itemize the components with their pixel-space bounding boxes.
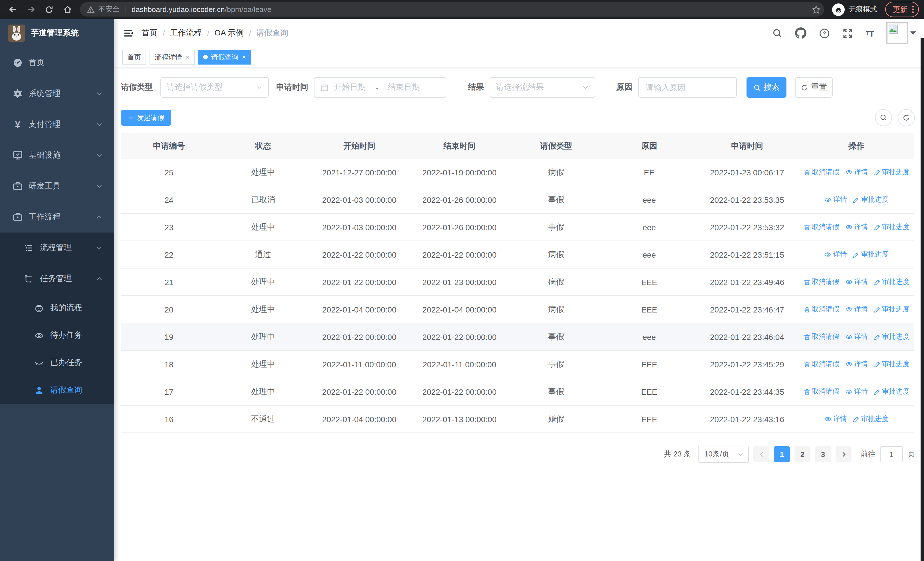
sidebar-item-task-management[interactable]: 任务管理 bbox=[0, 263, 114, 294]
page-buttons: 123 bbox=[774, 446, 831, 462]
create-leave-button[interactable]: 发起请假 bbox=[121, 110, 171, 126]
approval-progress-link[interactable]: 审批进度 bbox=[853, 250, 889, 259]
sidebar-item-process-management[interactable]: 流程管理 bbox=[0, 233, 114, 263]
tab-process-detail[interactable]: 流程详情 × bbox=[150, 50, 195, 65]
sidebar-item-workflow[interactable]: 工作流程 bbox=[0, 202, 114, 233]
browser-reload-button[interactable] bbox=[41, 2, 57, 17]
cell-status: 处理中 bbox=[217, 159, 309, 186]
detail-link[interactable]: 详情 bbox=[845, 359, 868, 369]
detail-link[interactable]: 详情 bbox=[845, 304, 868, 314]
approval-progress-link[interactable]: 审批进度 bbox=[873, 277, 909, 287]
detail-link[interactable]: 详情 bbox=[824, 250, 847, 259]
approval-progress-link[interactable]: 审批进度 bbox=[873, 332, 909, 341]
avatar-dropdown-caret[interactable] bbox=[910, 32, 916, 35]
prev-page-button[interactable] bbox=[753, 446, 770, 462]
detail-link[interactable]: 详情 bbox=[824, 414, 847, 424]
sidebar-item-devtools[interactable]: 研发工具 bbox=[0, 171, 114, 202]
cancel-leave-link[interactable]: 取消请假 bbox=[803, 277, 839, 287]
table-row[interactable]: 20 处理中 2022-01-04 00:00:00 2022-01-04 00… bbox=[121, 296, 914, 323]
sidebar-item-done-tasks[interactable]: 已办任务 bbox=[0, 349, 114, 376]
approval-progress-link[interactable]: 审批进度 bbox=[873, 304, 909, 314]
browser-back-button[interactable] bbox=[4, 2, 21, 17]
page-button-3[interactable]: 3 bbox=[815, 446, 831, 462]
cell-leave-type: 事假 bbox=[510, 350, 603, 378]
header-search-button[interactable] bbox=[772, 28, 783, 38]
goto-page-input[interactable] bbox=[880, 446, 903, 462]
approval-progress-link[interactable]: 审批进度 bbox=[853, 414, 889, 424]
close-icon[interactable]: × bbox=[186, 54, 189, 60]
detail-link[interactable]: 详情 bbox=[845, 387, 868, 396]
detail-link[interactable]: 详情 bbox=[845, 277, 868, 286]
browser-forward-button[interactable] bbox=[23, 2, 39, 17]
table-row[interactable]: 25 处理中 2021-12-27 00:00:00 2022-01-19 00… bbox=[121, 159, 914, 186]
breadcrumb-home[interactable]: 首页 bbox=[141, 28, 158, 38]
table-row[interactable]: 21 处理中 2022-01-22 00:00:00 2022-01-23 00… bbox=[121, 268, 914, 296]
approval-progress-link[interactable]: 审批进度 bbox=[873, 359, 909, 369]
search-button[interactable]: 搜索 bbox=[747, 77, 786, 98]
github-link[interactable] bbox=[795, 27, 806, 39]
reset-button[interactable]: 重置 bbox=[795, 77, 832, 98]
cancel-leave-link[interactable]: 取消请假 bbox=[803, 304, 839, 314]
apply-time-range-picker[interactable]: 开始日期 - 结束日期 bbox=[314, 77, 446, 98]
close-icon[interactable]: × bbox=[242, 54, 246, 60]
user-avatar[interactable] bbox=[886, 22, 908, 44]
reload-icon bbox=[45, 5, 54, 14]
cancel-leave-link[interactable]: 取消请假 bbox=[803, 359, 839, 369]
table-row[interactable]: 22 通过 2022-01-22 00:00:00 2022-01-22 00:… bbox=[121, 241, 914, 268]
fullscreen-button[interactable] bbox=[842, 28, 853, 39]
table-row[interactable]: 23 处理中 2022-01-03 00:00:00 2022-01-26 00… bbox=[121, 214, 914, 241]
app-logo[interactable]: 芋道管理系统 bbox=[0, 19, 114, 47]
security-status[interactable]: 不安全 bbox=[87, 5, 120, 14]
sidebar-item-todo-tasks[interactable]: 待办任务 bbox=[0, 322, 114, 349]
approval-progress-link[interactable]: 审批进度 bbox=[853, 195, 889, 205]
cancel-leave-link[interactable]: 取消请假 bbox=[803, 387, 839, 397]
cancel-leave-link[interactable]: 取消请假 bbox=[803, 222, 839, 232]
sidebar-collapse-button[interactable] bbox=[120, 24, 137, 42]
sidebar-item-my-process[interactable]: 我的流程 bbox=[0, 294, 114, 322]
approval-progress-link[interactable]: 审批进度 bbox=[873, 167, 909, 177]
tab-leave-query[interactable]: 请假查询 × bbox=[198, 50, 251, 65]
browser-update-button[interactable]: 更新 bbox=[885, 2, 919, 17]
address-bar[interactable]: 不安全 dashboard.yudao.iocoder.cn/bpm/oa/le… bbox=[80, 2, 824, 17]
page-button-2[interactable]: 2 bbox=[795, 446, 810, 462]
detail-link[interactable]: 详情 bbox=[845, 332, 868, 341]
font-size-button[interactable]: TT bbox=[866, 28, 874, 38]
detail-link[interactable]: 详情 bbox=[845, 222, 868, 232]
browser-home-button[interactable] bbox=[59, 2, 75, 17]
breadcrumb-oa-example[interactable]: OA 示例 bbox=[214, 28, 244, 38]
show-search-toggle-button[interactable] bbox=[875, 109, 892, 126]
detail-link[interactable]: 详情 bbox=[845, 167, 868, 177]
breadcrumb-workflow[interactable]: 工作流程 bbox=[170, 28, 202, 38]
reason-input[interactable] bbox=[638, 77, 737, 98]
table-row[interactable]: 17 处理中 2022-01-22 00:00:00 2022-01-22 00… bbox=[121, 378, 914, 405]
help-button[interactable]: ? bbox=[819, 28, 830, 39]
next-page-button[interactable] bbox=[836, 446, 852, 462]
window-scrollbar[interactable] bbox=[921, 38, 924, 561]
refresh-icon bbox=[801, 84, 808, 91]
cancel-leave-link[interactable]: 取消请假 bbox=[803, 167, 839, 177]
table-refresh-button[interactable] bbox=[898, 109, 915, 126]
approval-progress-link[interactable]: 审批进度 bbox=[873, 387, 909, 397]
sidebar-item-home[interactable]: 首页 bbox=[0, 47, 114, 78]
end-date-placeholder[interactable]: 结束日期 bbox=[388, 82, 420, 93]
sidebar-item-leave-query[interactable]: 请假查询 bbox=[0, 376, 114, 404]
sidebar-item-infrastructure[interactable]: 基础设施 bbox=[0, 140, 114, 171]
start-date-placeholder[interactable]: 开始日期 bbox=[334, 82, 366, 93]
tab-home[interactable]: 首页 bbox=[122, 50, 146, 65]
page-button-1[interactable]: 1 bbox=[774, 446, 790, 462]
bookmark-star-button[interactable] bbox=[812, 5, 821, 14]
sidebar-item-payment[interactable]: ¥ 支付管理 bbox=[0, 109, 114, 140]
table-row[interactable]: 24 已取消 2022-01-03 00:00:00 2022-01-26 00… bbox=[121, 186, 914, 214]
sidebar: 芋道管理系统 首页 系统管理 ¥ bbox=[0, 19, 114, 561]
result-select[interactable]: 请选择流结果 bbox=[490, 77, 595, 98]
table-row[interactable]: 19 处理中 2022-01-22 00:00:00 2022-01-22 00… bbox=[121, 323, 914, 350]
approval-progress-link[interactable]: 审批进度 bbox=[873, 222, 909, 232]
cancel-leave-link[interactable]: 取消请假 bbox=[803, 332, 839, 341]
browser-menu-icon[interactable] bbox=[912, 6, 914, 13]
table-row[interactable]: 18 处理中 2022-01-11 00:00:00 2022-01-11 00… bbox=[121, 350, 914, 378]
table-row[interactable]: 16 不通过 2022-01-04 00:00:00 2022-01-13 00… bbox=[121, 405, 914, 433]
page-size-select[interactable]: 10条/页 bbox=[698, 445, 749, 463]
detail-link[interactable]: 详情 bbox=[824, 194, 847, 204]
leave-type-select[interactable]: 请选择请假类型 bbox=[160, 77, 269, 98]
sidebar-item-system[interactable]: 系统管理 bbox=[0, 78, 114, 109]
